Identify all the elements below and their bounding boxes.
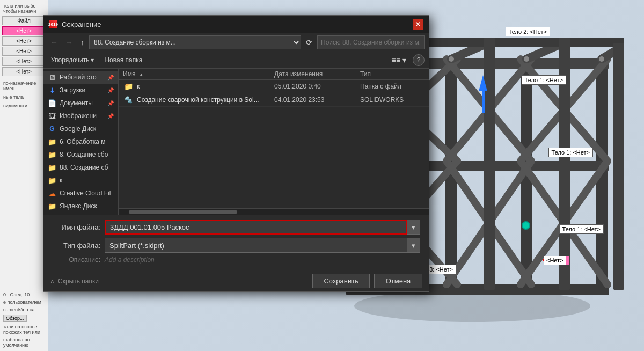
svg-rect-32 <box>484 38 495 290</box>
nav-forward-button[interactable]: → <box>63 37 76 48</box>
filename-row: Имя файла: ▾ <box>52 220 420 235</box>
left-panel-btn-net4[interactable]: <Нет> <box>2 57 46 66</box>
filename-label: Имя файла: <box>52 223 100 231</box>
svg-point-39 <box>449 56 454 62</box>
cad-label-telo2: Тело 2: <Нет> <box>506 27 550 36</box>
col-header-name[interactable]: Имя ▲ <box>123 70 274 78</box>
organize-button[interactable]: Упорядочить ▾ <box>48 55 97 65</box>
filetype-dropdown[interactable]: ▾ <box>407 238 420 253</box>
folderk-icon: 📁 <box>48 176 56 185</box>
file-list-area: Имя ▲ Дата изменения Тип 📁 к 05.01.2020 … <box>119 69 429 215</box>
solidworks-file-icon: 🔩 <box>123 96 134 104</box>
filename-input-wrapper: ▾ <box>105 220 420 235</box>
help-button[interactable]: ? <box>413 54 425 66</box>
left-panel-text1: тела или выбечтобы назначи <box>2 2 46 15</box>
sidebar-item-folderk[interactable]: 📁 к <box>43 174 118 187</box>
nav-search-input[interactable] <box>317 35 425 49</box>
svg-rect-36 <box>482 91 485 113</box>
dialog-title-text: Сохранение <box>62 20 101 28</box>
downloads-icon: ⬇ <box>48 86 56 94</box>
cad-label-telo1a: Тело 1: <Нет> <box>522 75 566 85</box>
dialog-close-button[interactable]: ✕ <box>413 19 423 30</box>
filename-input[interactable] <box>105 220 407 235</box>
sidebar-item-downloads[interactable]: ⬇ Загрузки 📌 <box>43 84 118 97</box>
sidebar: 🖥 Рабочий сто 📌 ⬇ Загрузки 📌 📄 Документы… <box>43 69 119 215</box>
pin-icon-2: 📌 <box>107 100 114 106</box>
save-button[interactable]: Сохранить <box>312 274 370 288</box>
nav-up-button[interactable]: ↑ <box>78 37 87 48</box>
lp-template: шаблона по умолчанию <box>2 336 46 349</box>
svg-point-41 <box>599 56 604 62</box>
filename-dropdown[interactable]: ▾ <box>407 220 420 235</box>
sidebar-item-documents[interactable]: 📄 Документы 📌 <box>43 97 118 109</box>
left-panel-file-btn[interactable]: Файл <box>2 16 46 25</box>
nav-back-button[interactable]: ← <box>48 37 61 48</box>
toolbar-row: Упорядочить ▾ Новая папка ≡≡ ▾ ? <box>43 52 429 69</box>
dialog-content: 🖥 Рабочий сто 📌 ⬇ Загрузки 📌 📄 Документы… <box>43 69 429 215</box>
sidebar-item-desktop[interactable]: 🖥 Рабочий сто 📌 <box>43 71 118 84</box>
lp-label-bodies: ные тела <box>2 93 46 101</box>
folder88-icon: 📁 <box>48 163 56 172</box>
hide-folders-label: Скрыть папки <box>58 277 99 285</box>
sidebar-item-images[interactable]: 🖼 Изображени 📌 <box>43 109 118 122</box>
lp-bodies-text: тали на основе похожих тел или <box>2 323 46 336</box>
file-list: 📁 к 05.01.2020 0:40 Папка с файл 🔩 Созда… <box>119 80 429 208</box>
left-panel-btn-net1[interactable]: <Нет> <box>2 26 46 35</box>
filetype-input[interactable] <box>105 238 407 253</box>
lp-next10: 0 След. 10 <box>2 291 46 298</box>
svg-rect-34 <box>613 43 624 290</box>
desktop-icon: 🖥 <box>48 73 56 82</box>
cad-label-telo1c: Тело 1: <Нет> <box>559 224 604 234</box>
new-folder-button[interactable]: Новая папка <box>101 55 145 65</box>
col-header-date[interactable]: Дата изменения <box>274 70 360 78</box>
description-row: Описание: Add a description <box>52 256 420 264</box>
pin-icon-3: 📌 <box>107 113 114 119</box>
cad-label-telo1d-value: <Нет> <box>544 256 566 265</box>
solidworks-icon: 2019 <box>49 20 57 28</box>
cad-label-telo1b: Тело 1: <Нет> <box>548 148 593 157</box>
cancel-button[interactable]: Отмена <box>374 274 422 288</box>
sidebar-item-googledrive[interactable]: G Google Диск <box>43 122 118 135</box>
collapse-arrow[interactable]: ∧ <box>50 277 55 285</box>
nav-path-dropdown[interactable]: 88. Создание сборки из м... <box>89 35 301 49</box>
horizontal-scrollbar[interactable] <box>119 208 429 215</box>
left-panel-btn-net2[interactable]: <Нет> <box>2 36 46 46</box>
table-row[interactable]: 📁 к 05.01.2020 0:40 Папка с файл <box>119 80 429 93</box>
yandexdisk-icon: 📁 <box>48 202 56 210</box>
left-panel-btn-net5[interactable]: <Нет> <box>2 67 46 76</box>
table-row[interactable]: 🔩 Создание сварочной конструкции в Sol..… <box>119 93 429 107</box>
svg-point-40 <box>524 56 529 62</box>
sidebar-item-folder6[interactable]: 📁 6. Обработка м <box>43 135 118 148</box>
sidebar-item-yandexdisk[interactable]: 📁 Яндекс.Диск <box>43 200 118 213</box>
view-button[interactable]: ≡≡ ▾ <box>390 55 408 65</box>
pin-icon-1: 📌 <box>107 87 114 93</box>
description-label: Описание: <box>52 256 100 264</box>
nav-refresh-button[interactable]: ⟳ <box>303 37 315 48</box>
folder-icon: 📁 <box>123 82 134 91</box>
lp-browse-btn[interactable]: Обзор... <box>3 315 27 322</box>
sidebar-item-creativecloud[interactable]: ☁ Creative Cloud Fil <box>43 187 118 200</box>
left-panel-btn-net3[interactable]: <Нет> <box>2 47 46 56</box>
scroll-thumb[interactable] <box>129 210 237 214</box>
lp-path: cuments\no са <box>2 306 46 313</box>
col-headers: Имя ▲ Дата изменения Тип <box>119 69 429 80</box>
hide-folders-row: ∧ Скрыть папки <box>50 277 99 285</box>
lp-label-visibility: видимости <box>2 102 46 109</box>
lp-user: е пользователем <box>2 298 46 306</box>
file-date: 05.01.2020 0:40 <box>274 83 360 90</box>
bottom-bar: ∧ Скрыть папки Сохранить Отмена <box>43 270 429 291</box>
filetype-row: Тип файла: ▾ <box>52 238 420 253</box>
form-area: Имя файла: ▾ Тип файла: ▾ Описание: Add … <box>43 215 429 270</box>
cad-label-telo1d-group: Тело 1: <Нет> <box>543 259 545 261</box>
pin-icon-0: 📌 <box>107 75 114 81</box>
col-header-type[interactable]: Тип <box>360 70 425 78</box>
sidebar-item-folder88[interactable]: 📁 88. Создание сб <box>43 161 118 174</box>
file-name: Создание сварочной конструкции в Sol... <box>137 96 274 104</box>
documents-icon: 📄 <box>48 99 56 107</box>
folder8-icon: 📁 <box>48 150 56 159</box>
svg-point-37 <box>522 222 530 229</box>
sidebar-item-folder8[interactable]: 📁 8. Создание сбо <box>43 148 118 161</box>
images-icon: 🖼 <box>48 112 56 120</box>
left-panel: тела или выбечтобы назначи Файл <Нет> <Н… <box>0 0 48 351</box>
description-placeholder: Add a description <box>105 256 155 264</box>
